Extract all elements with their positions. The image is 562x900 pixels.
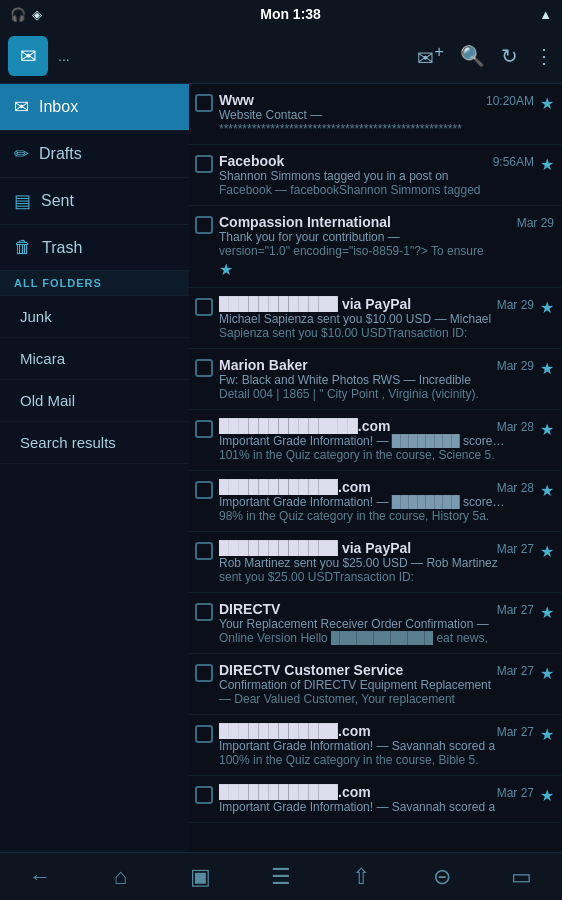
email-content: ████████████.com Mar 28 Important Grade … <box>219 479 534 523</box>
email-header-row: Facebook 9:56AM <box>219 153 534 169</box>
star-icon[interactable]: ★ <box>540 542 554 561</box>
star-icon[interactable]: ★ <box>540 481 554 500</box>
email-header-row: ████████████ via PayPal Mar 27 <box>219 540 534 556</box>
email-item[interactable]: ████████████.com Mar 28 Important Grade … <box>189 471 562 532</box>
star-icon[interactable]: ★ <box>540 94 554 113</box>
email-preview: ****************************************… <box>219 122 509 136</box>
email-subject: Rob Martinez sent you $25.00 USD — Rob M… <box>219 556 509 570</box>
star-icon[interactable]: ★ <box>540 420 554 439</box>
refresh-button[interactable]: ↻ <box>501 44 518 68</box>
nav-home-button[interactable]: ⌂ <box>80 853 160 900</box>
email-subject: Shannon Simmons tagged you in a post on <box>219 169 509 183</box>
sidebar-item-search-results[interactable]: Search results <box>0 422 189 464</box>
nav-bookmark-button[interactable]: ⊝ <box>401 853 481 900</box>
email-header-row: ████████████.com Mar 28 <box>219 479 534 495</box>
star-icon[interactable]: ★ <box>540 725 554 744</box>
search-button[interactable]: 🔍 <box>460 44 485 68</box>
email-sender: ████████████ via PayPal <box>219 540 493 556</box>
email-subject: Michael Sapienza sent you $10.00 USD — M… <box>219 312 509 326</box>
star-icon[interactable]: ★ <box>219 260 554 279</box>
status-time: Mon 1:38 <box>260 6 321 22</box>
star-icon[interactable]: ★ <box>540 298 554 317</box>
account-name[interactable]: ... <box>58 48 407 64</box>
email-preview: 98% in the Quiz category in the course, … <box>219 509 509 523</box>
sidebar-item-micara[interactable]: Micara <box>0 338 189 380</box>
sidebar-item-drafts[interactable]: ✏ Drafts <box>0 131 189 178</box>
star-icon[interactable]: ★ <box>540 664 554 683</box>
email-checkbox[interactable] <box>195 94 213 112</box>
email-item[interactable]: Marion Baker Mar 29 Fw: Black and White … <box>189 349 562 410</box>
sidebar-item-inbox[interactable]: ✉ Inbox <box>0 84 189 131</box>
email-checkbox[interactable] <box>195 786 213 804</box>
nav-menu-button[interactable]: ☰ <box>241 853 321 900</box>
compose-button[interactable]: ✉+ <box>417 42 444 70</box>
email-checkbox[interactable] <box>195 298 213 316</box>
email-preview: 100% in the Quiz category in the course,… <box>219 753 509 767</box>
email-header-row: ████████████.com Mar 27 <box>219 723 534 739</box>
email-item[interactable]: DIRECTV Mar 27 Your Replacement Receiver… <box>189 593 562 654</box>
sidebar-item-label: Trash <box>42 239 82 257</box>
sidebar-item-label: Sent <box>41 192 74 210</box>
nav-screen-button[interactable]: ▭ <box>482 853 562 900</box>
status-right-icons: ▲ <box>539 7 552 22</box>
email-item[interactable]: Compassion International Mar 29 Thank yo… <box>189 206 562 288</box>
email-sender: ████████████.com <box>219 723 493 739</box>
email-checkbox[interactable] <box>195 216 213 234</box>
email-content: ████████████.com Mar 27 Important Grade … <box>219 784 534 814</box>
email-sender: Compassion International <box>219 214 513 230</box>
email-checkbox[interactable] <box>195 542 213 560</box>
sidebar-item-junk[interactable]: Junk <box>0 296 189 338</box>
email-sender: Marion Baker <box>219 357 493 373</box>
email-item[interactable]: ████████████ via PayPal Mar 27 Rob Marti… <box>189 532 562 593</box>
star-icon[interactable]: ★ <box>540 603 554 622</box>
email-time: Mar 27 <box>497 542 534 556</box>
email-subject: Important Grade Information! — Savannah … <box>219 739 509 753</box>
email-preview: version="1.0" encoding="iso-8859-1"?> To… <box>219 244 509 258</box>
status-bar: 🎧 ◈ Mon 1:38 ▲ <box>0 0 562 28</box>
sent-icon: ▤ <box>14 190 31 212</box>
email-item[interactable]: DIRECTV Customer Service Mar 27 Confirma… <box>189 654 562 715</box>
email-content: Facebook 9:56AM Shannon Simmons tagged y… <box>219 153 534 197</box>
nav-back-button[interactable]: ← <box>0 853 80 900</box>
star-icon[interactable]: ★ <box>540 155 554 174</box>
email-checkbox[interactable] <box>195 420 213 438</box>
email-checkbox[interactable] <box>195 155 213 173</box>
email-content: ████████████.com Mar 27 Important Grade … <box>219 723 534 767</box>
email-item[interactable]: Facebook 9:56AM Shannon Simmons tagged y… <box>189 145 562 206</box>
email-time: 9:56AM <box>493 155 534 169</box>
email-sender: ████████████.com <box>219 479 493 495</box>
sidebar-item-old-mail[interactable]: Old Mail <box>0 380 189 422</box>
email-time: Mar 27 <box>497 664 534 678</box>
email-preview: Detail 004 | 1865 | " City Point , Virgi… <box>219 387 509 401</box>
app-header: ✉ ... ✉+ 🔍 ↻ ⋮ <box>0 28 562 84</box>
email-subject: Fw: Black and White Photos RWS — Incredi… <box>219 373 509 387</box>
email-time: Mar 29 <box>497 359 534 373</box>
nav-share-button[interactable]: ⇧ <box>321 853 401 900</box>
email-content: DIRECTV Customer Service Mar 27 Confirma… <box>219 662 534 706</box>
nav-windows-button[interactable]: ▣ <box>161 853 241 900</box>
sidebar-item-label: Drafts <box>39 145 82 163</box>
email-checkbox[interactable] <box>195 481 213 499</box>
bottom-nav: ← ⌂ ▣ ☰ ⇧ ⊝ ▭ <box>0 852 562 900</box>
email-subject: Important Grade Information! — ████████ … <box>219 495 509 509</box>
more-button[interactable]: ⋮ <box>534 44 554 68</box>
junk-label: Junk <box>20 308 52 325</box>
star-icon[interactable]: ★ <box>540 786 554 805</box>
sidebar-item-sent[interactable]: ▤ Sent <box>0 178 189 225</box>
email-item[interactable]: ██████████████.com Mar 28 Important Grad… <box>189 410 562 471</box>
email-preview: — Dear Valued Customer, Your replacement <box>219 692 509 706</box>
star-icon[interactable]: ★ <box>540 359 554 378</box>
email-item[interactable]: ████████████.com Mar 27 Important Grade … <box>189 776 562 823</box>
email-sender: DIRECTV Customer Service <box>219 662 493 678</box>
email-item[interactable]: Www 10:20AM Website Contact — **********… <box>189 84 562 145</box>
email-checkbox[interactable] <box>195 603 213 621</box>
email-checkbox[interactable] <box>195 359 213 377</box>
email-checkbox[interactable] <box>195 725 213 743</box>
sidebar-item-trash[interactable]: 🗑 Trash <box>0 225 189 271</box>
mail-logo-icon: ✉ <box>20 44 37 68</box>
email-preview: Sapienza sent you $10.00 USDTransaction … <box>219 326 509 340</box>
email-item[interactable]: ████████████ via PayPal Mar 29 Michael S… <box>189 288 562 349</box>
email-preview: 101% in the Quiz category in the course,… <box>219 448 509 462</box>
email-item[interactable]: ████████████.com Mar 27 Important Grade … <box>189 715 562 776</box>
email-checkbox[interactable] <box>195 664 213 682</box>
